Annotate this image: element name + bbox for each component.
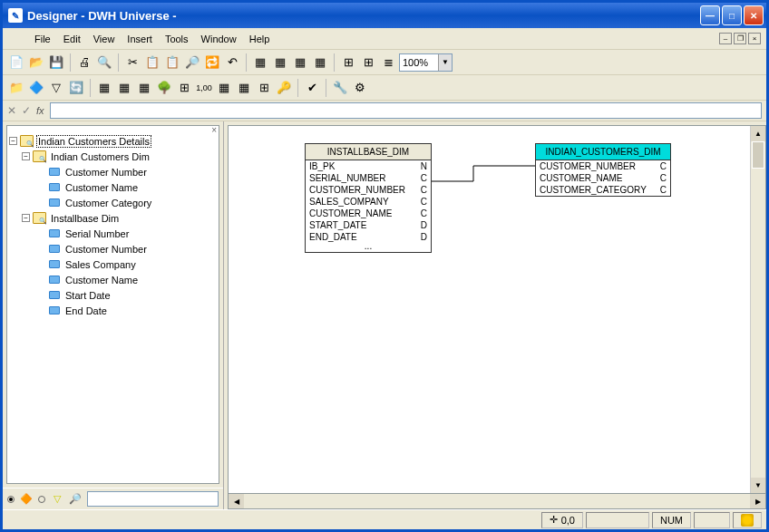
mdi-minimize-button[interactable]: – <box>719 33 732 44</box>
t2-icon[interactable]: ▦ <box>115 79 133 97</box>
tables-icon[interactable]: ▦ <box>251 53 269 72</box>
zoom-input[interactable] <box>400 57 438 68</box>
close-button[interactable]: ✕ <box>744 5 764 25</box>
t7-icon[interactable]: ⊞ <box>255 79 273 97</box>
dimension-icon <box>49 183 60 191</box>
menu-window[interactable]: Window <box>195 31 243 47</box>
refresh-icon[interactable]: 🔄 <box>67 79 85 97</box>
tree-leaf[interactable]: Start Date <box>9 287 217 303</box>
preview-icon[interactable]: 🔍 <box>95 53 113 72</box>
save-icon[interactable]: 💾 <box>47 53 65 72</box>
menu-file[interactable]: File <box>28 31 57 47</box>
formula-accept-icon[interactable]: ✓ <box>22 104 31 117</box>
view-radio-2[interactable] <box>38 496 45 503</box>
t4-icon[interactable]: ⊞ <box>175 79 193 97</box>
table-row[interactable]: SERIAL_NUMBERC <box>306 172 431 184</box>
tree-search-input[interactable] <box>87 491 219 507</box>
menu-edit[interactable]: Edit <box>57 31 87 47</box>
panel-close-icon[interactable]: × <box>211 125 217 136</box>
mdi-restore-button[interactable]: ❐ <box>734 33 746 44</box>
collapse-icon[interactable]: − <box>22 214 30 222</box>
minimize-button[interactable]: — <box>700 5 720 25</box>
table-row[interactable]: SALES_COMPANYC <box>306 196 431 208</box>
table-indian-customers[interactable]: INDIAN_CUSTOMERS_DIM CUSTOMER_NUMBERC CU… <box>535 143 671 197</box>
view-radio-1[interactable] <box>7 496 15 503</box>
table-row[interactable]: CUSTOMER_NUMBERC <box>536 160 670 172</box>
formula-fx-icon[interactable]: fx <box>36 105 44 116</box>
tree-leaf[interactable]: Serial Number <box>9 226 217 241</box>
tree-group-2[interactable]: − Installbase Dim <box>9 210 217 226</box>
scroll-left-icon[interactable]: ◀ <box>229 494 244 508</box>
undo-icon[interactable]: ↶ <box>223 53 241 72</box>
new-icon[interactable]: 📄 <box>7 53 25 72</box>
scroll-down-icon[interactable]: ▼ <box>751 478 765 493</box>
scroll-right-icon[interactable]: ▶ <box>750 494 765 508</box>
find-icon[interactable]: 🔎 <box>183 53 201 72</box>
table-row[interactable]: IB_PKN <box>306 160 431 172</box>
horizontal-scrollbar[interactable]: ◀ ▶ <box>228 494 766 509</box>
zoom-dropdown-icon[interactable]: ▼ <box>438 54 452 71</box>
object-icon[interactable]: 🔷 <box>27 79 45 97</box>
tree-leaf[interactable]: Customer Name <box>9 272 217 287</box>
table-more-icon[interactable]: ... <box>306 243 431 252</box>
view-filter-icon[interactable]: ▽ <box>51 493 63 506</box>
cut-icon[interactable]: ✂ <box>123 53 141 72</box>
view-classes-icon[interactable]: 🔶 <box>20 493 33 506</box>
table-row[interactable]: CUSTOMER_NAMEC <box>306 208 431 219</box>
condition-icon[interactable]: ▽ <box>47 79 65 97</box>
print-icon[interactable]: 🖨 <box>75 53 93 72</box>
params-icon[interactable]: ⚙ <box>351 79 369 97</box>
table-row[interactable]: CUSTOMER_NUMBERC <box>306 184 431 196</box>
t5-icon[interactable]: ▦ <box>215 79 233 97</box>
arrange-icon[interactable]: ⊞ <box>339 53 357 72</box>
scroll-up-icon[interactable]: ▲ <box>751 126 765 141</box>
open-icon[interactable]: 📂 <box>27 53 45 72</box>
dimension-icon <box>49 245 60 253</box>
tree-leaf[interactable]: Customer Number <box>9 241 217 256</box>
schema-canvas[interactable]: INSTALLBASE_DIM IB_PKN SERIAL_NUMBERC CU… <box>228 125 766 494</box>
table-row[interactable]: CUSTOMER_CATEGORYC <box>536 184 670 196</box>
formula-input[interactable] <box>50 102 762 119</box>
tree-leaf[interactable]: Customer Number <box>9 164 217 179</box>
tree-leaf[interactable]: Customer Category <box>9 195 217 210</box>
tree-root[interactable]: − Indian Customers Details <box>9 133 217 149</box>
maximize-button[interactable]: □ <box>722 5 742 25</box>
table-row[interactable]: START_DATED <box>306 219 431 231</box>
table-installbase[interactable]: INSTALLBASE_DIM IB_PKN SERIAL_NUMBERC CU… <box>305 143 432 253</box>
copy-icon[interactable]: 📋 <box>143 53 161 72</box>
hierarchy-icon[interactable]: 🌳 <box>155 79 173 97</box>
structure-icon[interactable]: ⊞ <box>359 53 377 72</box>
collapse-icon[interactable]: − <box>9 137 17 145</box>
tree-leaf[interactable]: Customer Name <box>9 179 217 195</box>
formula-cancel-icon[interactable]: ✕ <box>7 104 16 117</box>
mdi-close-button[interactable]: × <box>748 33 761 44</box>
scroll-thumb[interactable] <box>752 141 764 169</box>
t1-icon[interactable]: ▦ <box>95 79 113 97</box>
scroll-track[interactable] <box>244 494 750 508</box>
menu-tools[interactable]: Tools <box>159 31 195 47</box>
derived-icon[interactable]: ▦ <box>271 53 289 72</box>
class-icon[interactable]: 📁 <box>7 79 25 97</box>
key-icon[interactable]: 🔑 <box>275 79 293 97</box>
agg-icon[interactable]: 1,00 <box>195 79 213 97</box>
menu-view[interactable]: View <box>87 31 122 47</box>
collapse-icon[interactable]: − <box>22 152 30 160</box>
tree-leaf[interactable]: End Date <box>9 303 217 318</box>
context-icon[interactable]: ▦ <box>311 53 329 72</box>
paste-icon[interactable]: 📋 <box>163 53 181 72</box>
menu-help[interactable]: Help <box>243 31 277 47</box>
replace-icon[interactable]: 🔁 <box>203 53 221 72</box>
check-icon[interactable]: ✔ <box>303 79 321 97</box>
vertical-scrollbar[interactable]: ▲ ▼ <box>750 126 765 493</box>
tree-group-1[interactable]: − Indian Customers Dim <box>9 149 217 164</box>
alias-icon[interactable]: ▦ <box>291 53 309 72</box>
t3-icon[interactable]: ▦ <box>135 79 153 97</box>
menu-insert[interactable]: Insert <box>121 31 159 47</box>
options-icon[interactable]: 🔧 <box>331 79 349 97</box>
list-icon[interactable]: ≣ <box>379 53 397 72</box>
find-tree-icon[interactable]: 🔎 <box>69 493 82 506</box>
zoom-combo[interactable]: ▼ <box>399 53 453 72</box>
t6-icon[interactable]: ▦ <box>235 79 253 97</box>
tree-leaf[interactable]: Sales Company <box>9 256 217 272</box>
table-row[interactable]: CUSTOMER_NAMEC <box>536 172 670 184</box>
